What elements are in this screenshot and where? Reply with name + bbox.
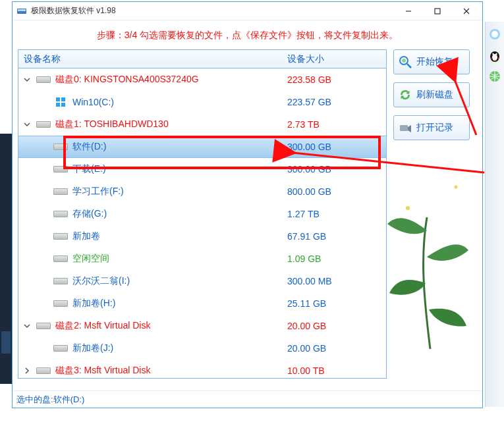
row-label: 新加卷(J:) — [69, 342, 287, 354]
row-label: 磁盘2: Msft Virtual Disk — [51, 320, 287, 332]
volume-row[interactable]: 空闲空间1.09 GB — [18, 248, 386, 270]
svg-rect-1 — [18, 9, 26, 11]
row-size: 20.00 GB — [287, 321, 386, 331]
svg-rect-13 — [400, 125, 408, 131]
volume-row[interactable]: 下载(E:)300.00 GB — [18, 158, 386, 180]
volume-row[interactable]: 新加卷67.91 GB — [18, 225, 386, 248]
close-button[interactable] — [452, 3, 481, 20]
magnifier-icon — [398, 55, 412, 69]
disk-icon — [53, 255, 69, 262]
disk-icon — [53, 166, 69, 173]
disk-icon — [36, 121, 51, 128]
row-size: 300.00 GB — [287, 164, 386, 174]
weather-icon[interactable] — [488, 27, 502, 41]
action-buttons: 开始恢复 刷新磁盘 打开记录 — [393, 49, 470, 379]
button-label: 刷新磁盘 — [416, 89, 453, 101]
row-label: 沃尔沃二翁(I:) — [69, 275, 287, 287]
button-label: 开始恢复 — [416, 56, 453, 68]
svg-rect-6 — [56, 97, 60, 101]
globe-icon[interactable] — [488, 69, 502, 84]
device-list-header: 设备名称 设备大小 — [18, 50, 386, 68]
row-label: 新加卷 — [69, 230, 287, 242]
device-list-panel: 设备名称 设备大小 磁盘0: KINGSTONSA400S37240G223.5… — [18, 49, 387, 379]
status-bar: 选中的盘: 软件(D:) — [13, 390, 482, 408]
disk-icon — [36, 76, 51, 83]
disk-row[interactable]: 磁盘3: Msft Virtual Disk10.00 TB — [18, 360, 386, 378]
background-window-peek — [0, 134, 12, 384]
row-size: 1.27 TB — [287, 209, 386, 219]
svg-rect-8 — [56, 103, 60, 107]
app-icon — [16, 6, 27, 16]
refresh-disks-button[interactable]: 刷新磁盘 — [393, 82, 470, 107]
row-label: 空闲空间 — [69, 253, 287, 265]
expander-icon[interactable] — [18, 367, 36, 374]
titlebar: 极限数据恢复软件 v1.98 — [13, 2, 482, 20]
disk-row[interactable]: 磁盘1: TOSHIBAHDWD1302.73 TB — [18, 113, 386, 136]
row-label: 磁盘3: Msft Virtual Disk — [51, 365, 287, 377]
column-device-name[interactable]: 设备名称 — [18, 53, 287, 65]
svg-rect-3 — [435, 9, 440, 14]
button-label: 打开记录 — [416, 122, 453, 134]
volume-row[interactable]: 新加卷(J:)20.00 GB — [18, 337, 386, 360]
row-size: 67.91 GB — [287, 231, 386, 242]
svg-line-11 — [407, 64, 411, 68]
expander-icon[interactable] — [18, 76, 36, 83]
column-device-size[interactable]: 设备大小 — [287, 53, 386, 65]
row-label: 存储(G:) — [69, 208, 287, 220]
row-size: 25.11 GB — [287, 298, 386, 309]
qq-penguin-icon[interactable] — [488, 48, 502, 63]
row-size: 10.00 TB — [287, 365, 386, 376]
status-selected-disk: 软件(D:) — [53, 394, 85, 406]
disk-icon — [53, 233, 69, 240]
expander-icon[interactable] — [18, 323, 36, 329]
volume-row[interactable]: 存储(G:)1.27 TB — [18, 203, 386, 225]
disk-icon — [36, 367, 51, 374]
row-size: 223.58 GB — [287, 74, 386, 85]
start-recovery-button[interactable]: 开始恢复 — [393, 49, 470, 74]
row-size: 300.00 MB — [287, 276, 386, 286]
row-label: 软件(D:) — [69, 141, 287, 153]
row-label: 学习工作(F:) — [69, 186, 287, 198]
row-size: 300.00 GB — [287, 142, 386, 152]
svg-point-19 — [495, 53, 497, 55]
svg-point-12 — [402, 59, 406, 63]
svg-rect-9 — [61, 103, 65, 107]
row-size: 800.00 GB — [287, 186, 386, 197]
volume-row[interactable]: Win10(C:)223.57 GB — [18, 91, 386, 113]
maximize-button[interactable] — [423, 3, 452, 20]
disk-icon — [36, 323, 51, 329]
app-window: 极限数据恢复软件 v1.98 步骤：3/4 勾选需要恢复的文件，点《保存文件》按… — [12, 1, 483, 408]
disk-icon — [53, 345, 69, 352]
svg-rect-7 — [61, 97, 65, 101]
row-size: 1.09 GB — [287, 254, 386, 264]
volume-row[interactable]: 新加卷(H:)25.11 GB — [18, 292, 386, 315]
camera-icon — [398, 120, 412, 135]
row-size: 2.73 TB — [287, 119, 386, 130]
step-instruction: 步骤：3/4 勾选需要恢复的文件，点《保存文件》按钮，将文件复制出来。 — [13, 20, 482, 49]
volume-row[interactable]: 学习工作(F:)800.00 GB — [18, 180, 386, 203]
svg-point-15 — [491, 31, 498, 38]
system-tray-strip — [485, 22, 504, 407]
volume-row[interactable]: 沃尔沃二翁(I:)300.00 MB — [18, 270, 386, 292]
row-size: 223.57 GB — [287, 97, 386, 107]
refresh-icon — [398, 88, 412, 102]
row-label: 新加卷(H:) — [69, 298, 287, 309]
disk-icon — [53, 144, 69, 150]
row-label: Win10(C:) — [69, 97, 287, 107]
disk-icon — [53, 188, 69, 195]
row-label: 磁盘0: KINGSTONSA400S37240G — [51, 74, 287, 86]
disk-row[interactable]: 磁盘2: Msft Virtual Disk20.00 GB — [18, 315, 386, 337]
svg-point-18 — [492, 53, 493, 55]
minimize-button[interactable] — [394, 3, 423, 20]
disk-icon — [53, 300, 69, 307]
status-prefix: 选中的盘: — [16, 394, 53, 406]
disk-icon — [53, 211, 69, 217]
row-label: 下载(E:) — [69, 163, 287, 175]
disk-icon — [53, 278, 69, 284]
disk-row[interactable]: 磁盘0: KINGSTONSA400S37240G223.58 GB — [18, 68, 386, 91]
windows-logo-icon — [53, 97, 69, 107]
open-log-button[interactable]: 打开记录 — [393, 115, 470, 140]
device-list-body: 磁盘0: KINGSTONSA400S37240G223.58 GBWin10(… — [18, 68, 386, 378]
volume-row[interactable]: 软件(D:)300.00 GB — [18, 136, 386, 158]
expander-icon[interactable] — [18, 121, 36, 128]
